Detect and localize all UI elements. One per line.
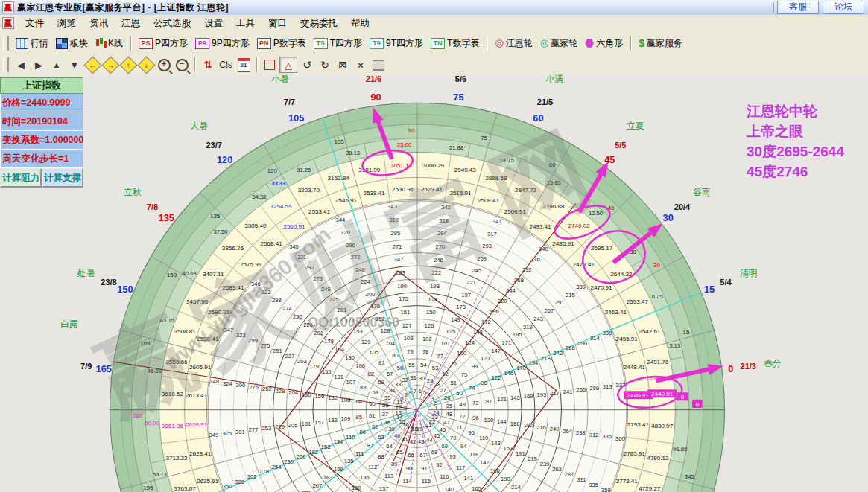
svg-text:268: 268 xyxy=(514,277,524,284)
svg-text:155: 155 xyxy=(322,368,332,375)
forum-button[interactable]: 论坛 xyxy=(823,1,864,14)
svg-text:243: 243 xyxy=(533,316,543,322)
toolbar-label-p-square: P四方形 xyxy=(155,37,188,50)
svg-text:3305.40: 3305.40 xyxy=(244,223,267,229)
menu-item-工具[interactable]: 工具 xyxy=(229,16,262,30)
step-down-icon: ↓ xyxy=(137,56,155,74)
toolbar-button-9t-square[interactable]: T99T四方形 xyxy=(366,35,427,52)
svg-text:167: 167 xyxy=(504,445,513,452)
draw-tool-rotate-cw[interactable]: ↻ xyxy=(317,57,333,72)
svg-text:28: 28 xyxy=(434,381,440,388)
draw-tool-cls[interactable]: Cls xyxy=(218,57,234,72)
draw-tool-page-right[interactable]: ▶ xyxy=(31,57,47,72)
toolbar-button-winner-wheel[interactable]: ◎赢家轮 xyxy=(536,35,581,52)
svg-text:7/9: 7/9 xyxy=(80,362,92,371)
svg-text:193: 193 xyxy=(536,392,546,398)
svg-text:102: 102 xyxy=(422,336,432,342)
svg-text:38: 38 xyxy=(384,419,390,426)
svg-text:35: 35 xyxy=(384,394,390,401)
draw-tool-calendar[interactable]: 21 xyxy=(235,57,252,72)
svg-text:21/3: 21/3 xyxy=(741,362,756,371)
svg-text:2491.76: 2491.76 xyxy=(647,359,669,365)
toolbar-button-sectors[interactable]: 板块 xyxy=(52,35,92,52)
svg-text:53.13: 53.13 xyxy=(153,471,167,478)
svg-text:立秋: 立秋 xyxy=(124,187,142,197)
toolbar-button-quotes[interactable]: 行情 xyxy=(12,35,52,52)
draw-tool-rotate-down[interactable]: ▼ xyxy=(66,57,83,72)
svg-text:340: 340 xyxy=(539,246,548,252)
svg-text:114: 114 xyxy=(402,478,412,485)
toolbar-button-t-number-table[interactable]: TNT数字表 xyxy=(427,35,483,52)
svg-text:82: 82 xyxy=(368,371,374,377)
svg-text:2695.17: 2695.17 xyxy=(591,245,613,252)
svg-text:3203.70: 3203.70 xyxy=(298,187,320,194)
draw-tool-zoom-in[interactable]: + xyxy=(156,57,172,72)
draw-tool-center-mark[interactable]: × xyxy=(352,57,369,72)
draw-tool-page-left[interactable]: ◀ xyxy=(13,57,29,72)
draw-tool-rotate-up[interactable]: ▲ xyxy=(48,57,65,72)
svg-text:46: 46 xyxy=(440,426,446,433)
draw-tool-step-up[interactable]: ↑ xyxy=(120,57,136,72)
svg-text:144: 144 xyxy=(497,418,507,425)
draw-tool-cross-box[interactable]: ⊠ xyxy=(335,57,351,72)
service-button[interactable]: 客服 xyxy=(777,1,819,14)
menu-item-设置[interactable]: 设置 xyxy=(197,16,229,30)
menu-item-文件[interactable]: 文件 xyxy=(19,16,51,30)
svg-text:263: 263 xyxy=(552,466,562,473)
draw-tool-zoom-out[interactable]: − xyxy=(174,57,190,72)
svg-text:97: 97 xyxy=(486,398,492,405)
svg-text:290: 290 xyxy=(578,340,588,347)
gann-wheel-chart[interactable]: 1234567891011121314151617181920212223242… xyxy=(0,74,868,492)
toolbar-grip[interactable] xyxy=(3,36,9,51)
svg-text:77: 77 xyxy=(437,353,443,360)
toolbar-grip2[interactable] xyxy=(3,57,9,72)
svg-text:110: 110 xyxy=(346,434,355,441)
svg-text:95: 95 xyxy=(468,429,474,436)
9p-square-icon: P9 xyxy=(195,38,209,49)
cls-label: Cls xyxy=(219,60,232,70)
t-square-icon: TS xyxy=(314,38,328,49)
square-tool-icon xyxy=(264,60,275,70)
draw-tool-square-tool[interactable] xyxy=(262,57,278,72)
svg-text:241: 241 xyxy=(563,389,573,395)
menu-item-江恩[interactable]: 江恩 xyxy=(115,16,147,30)
svg-text:159: 159 xyxy=(334,466,343,473)
menu-item-公式选股[interactable]: 公式选股 xyxy=(147,16,197,30)
toolbar-button-hexagon[interactable]: 六角形 xyxy=(581,35,627,52)
svg-text:130: 130 xyxy=(345,354,355,361)
svg-text:5/4: 5/4 xyxy=(720,278,732,287)
toolbar-button-p-number-table[interactable]: PNP数字表 xyxy=(253,35,310,52)
draw-tool-triangle-tool[interactable]: △ xyxy=(279,57,297,73)
menu-item-浏览[interactable]: 浏览 xyxy=(51,16,83,30)
draw-tool-step-down[interactable]: ↓ xyxy=(138,57,154,72)
svg-text:61: 61 xyxy=(369,412,375,419)
svg-text:7: 7 xyxy=(414,388,416,394)
toolbar-button-gann-wheel[interactable]: ◎江恩轮 xyxy=(491,35,536,52)
svg-text:20/4: 20/4 xyxy=(674,202,691,211)
svg-text:2545.91: 2545.91 xyxy=(335,197,358,204)
svg-text:立夏: 立夏 xyxy=(627,121,644,131)
svg-text:80: 80 xyxy=(392,352,398,359)
draw-tool-rotate-ccw[interactable]: ↺ xyxy=(299,57,315,72)
draw-tool-updown-arrows[interactable]: ⇅ xyxy=(200,57,216,72)
toolbar-button-kline[interactable]: K线 xyxy=(92,35,127,52)
toolbar-button-9p-square[interactable]: P99P四方形 xyxy=(191,35,253,52)
toolbar-button-p-square[interactable]: PSP四方形 xyxy=(135,35,191,52)
toolbar-button-t-square[interactable]: TST四方形 xyxy=(310,35,366,52)
svg-text:7/8: 7/8 xyxy=(147,202,158,211)
menu-item-资讯[interactable]: 资讯 xyxy=(83,16,115,30)
toolbar-button-winner-service[interactable]: $赢家服务 xyxy=(635,35,686,52)
svg-text:74: 74 xyxy=(469,385,475,392)
draw-tool-step-left[interactable]: ← xyxy=(84,57,101,72)
menu-item-交易委托[interactable]: 交易委托 xyxy=(294,16,344,30)
draw-tool-step-right[interactable]: → xyxy=(102,57,118,72)
menu-item-帮助[interactable]: 帮助 xyxy=(344,16,376,30)
draw-tool-board[interactable] xyxy=(370,57,387,72)
svg-text:313: 313 xyxy=(603,383,612,390)
svg-text:70: 70 xyxy=(450,435,456,441)
menu-item-窗口[interactable]: 窗口 xyxy=(262,16,294,30)
svg-text:165: 165 xyxy=(472,485,481,492)
calc-support-button[interactable]: 计算支撑 xyxy=(42,168,83,188)
svg-text:117: 117 xyxy=(456,464,465,471)
calc-resistance-button[interactable]: 计算阻力 xyxy=(0,168,42,188)
